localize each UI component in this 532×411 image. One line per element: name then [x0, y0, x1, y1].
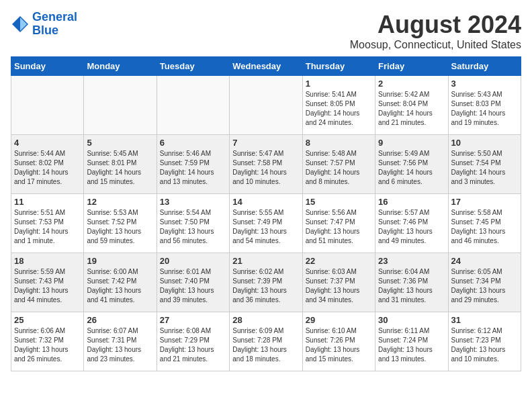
day-number: 31 [451, 315, 518, 325]
calendar-cell [230, 76, 302, 135]
calendar-cell: 14Sunrise: 5:55 AM Sunset: 7:49 PM Dayli… [230, 194, 302, 253]
day-number: 7 [232, 138, 299, 148]
calendar-cell: 7Sunrise: 5:47 AM Sunset: 7:58 PM Daylig… [230, 135, 302, 194]
calendar-cell: 3Sunrise: 5:43 AM Sunset: 8:03 PM Daylig… [448, 76, 521, 135]
calendar-cell: 30Sunrise: 6:11 AM Sunset: 7:24 PM Dayli… [375, 312, 448, 371]
day-number: 11 [14, 197, 81, 207]
day-info: Sunrise: 5:42 AM Sunset: 8:04 PM Dayligh… [378, 90, 445, 128]
calendar-cell: 20Sunrise: 6:01 AM Sunset: 7:40 PM Dayli… [157, 253, 229, 312]
weekday-header-tuesday: Tuesday [157, 57, 229, 76]
day-number: 26 [87, 315, 153, 325]
weekday-header-friday: Friday [375, 57, 448, 76]
day-number: 15 [306, 197, 372, 207]
day-number: 29 [306, 315, 372, 325]
day-info: Sunrise: 6:09 AM Sunset: 7:28 PM Dayligh… [232, 326, 299, 364]
day-info: Sunrise: 5:59 AM Sunset: 7:43 PM Dayligh… [14, 267, 81, 305]
calendar-cell: 16Sunrise: 5:57 AM Sunset: 7:46 PM Dayli… [375, 194, 448, 253]
calendar-cell [157, 76, 229, 135]
week-row-3: 18Sunrise: 5:59 AM Sunset: 7:43 PM Dayli… [11, 253, 521, 312]
calendar-cell [84, 76, 157, 135]
day-number: 2 [378, 79, 445, 89]
day-number: 9 [378, 138, 445, 148]
calendar-cell: 4Sunrise: 5:44 AM Sunset: 8:02 PM Daylig… [11, 135, 84, 194]
day-number: 22 [306, 256, 372, 266]
calendar-cell: 17Sunrise: 5:58 AM Sunset: 7:45 PM Dayli… [448, 194, 521, 253]
calendar-subtitle: Moosup, Connecticut, United States [350, 39, 521, 51]
day-info: Sunrise: 5:53 AM Sunset: 7:52 PM Dayligh… [87, 208, 153, 246]
calendar-cell: 27Sunrise: 6:08 AM Sunset: 7:29 PM Dayli… [157, 312, 229, 371]
day-number: 17 [451, 197, 518, 207]
calendar-cell: 28Sunrise: 6:09 AM Sunset: 7:28 PM Dayli… [230, 312, 302, 371]
day-info: Sunrise: 6:04 AM Sunset: 7:36 PM Dayligh… [378, 267, 445, 305]
weekday-header-wednesday: Wednesday [230, 57, 302, 76]
day-info: Sunrise: 6:08 AM Sunset: 7:29 PM Dayligh… [160, 326, 226, 364]
day-number: 19 [87, 256, 153, 266]
calendar-cell: 9Sunrise: 5:49 AM Sunset: 7:56 PM Daylig… [375, 135, 448, 194]
day-info: Sunrise: 6:06 AM Sunset: 7:32 PM Dayligh… [14, 326, 81, 364]
calendar-cell [11, 76, 84, 135]
day-number: 18 [14, 256, 81, 266]
calendar-cell: 21Sunrise: 6:02 AM Sunset: 7:39 PM Dayli… [230, 253, 302, 312]
calendar-cell: 8Sunrise: 5:48 AM Sunset: 7:57 PM Daylig… [302, 135, 375, 194]
day-info: Sunrise: 5:55 AM Sunset: 7:49 PM Dayligh… [232, 208, 299, 246]
day-number: 14 [232, 197, 299, 207]
day-number: 1 [306, 79, 372, 89]
day-info: Sunrise: 5:46 AM Sunset: 7:59 PM Dayligh… [160, 149, 226, 187]
weekday-header-monday: Monday [84, 57, 157, 76]
calendar-cell: 6Sunrise: 5:46 AM Sunset: 7:59 PM Daylig… [157, 135, 229, 194]
calendar-cell: 1Sunrise: 5:41 AM Sunset: 8:05 PM Daylig… [302, 76, 375, 135]
day-info: Sunrise: 5:43 AM Sunset: 8:03 PM Dayligh… [451, 90, 518, 128]
day-info: Sunrise: 5:57 AM Sunset: 7:46 PM Dayligh… [378, 208, 445, 246]
calendar-cell: 22Sunrise: 6:03 AM Sunset: 7:37 PM Dayli… [302, 253, 375, 312]
day-info: Sunrise: 5:54 AM Sunset: 7:50 PM Dayligh… [160, 208, 226, 246]
calendar-cell: 5Sunrise: 5:45 AM Sunset: 8:01 PM Daylig… [84, 135, 157, 194]
day-number: 12 [87, 197, 153, 207]
day-info: Sunrise: 5:41 AM Sunset: 8:05 PM Dayligh… [306, 90, 372, 128]
day-info: Sunrise: 5:50 AM Sunset: 7:54 PM Dayligh… [451, 149, 518, 187]
weekday-header-sunday: Sunday [11, 57, 84, 76]
day-info: Sunrise: 5:44 AM Sunset: 8:02 PM Dayligh… [14, 149, 81, 187]
day-info: Sunrise: 5:48 AM Sunset: 7:57 PM Dayligh… [306, 149, 372, 187]
calendar-cell: 10Sunrise: 5:50 AM Sunset: 7:54 PM Dayli… [448, 135, 521, 194]
calendar-cell: 13Sunrise: 5:54 AM Sunset: 7:50 PM Dayli… [157, 194, 229, 253]
day-info: Sunrise: 5:51 AM Sunset: 7:53 PM Dayligh… [14, 208, 81, 246]
logo-blue: Blue [32, 24, 58, 37]
page-header: General Blue August 2024 Moosup, Connect… [11, 11, 521, 51]
week-row-4: 25Sunrise: 6:06 AM Sunset: 7:32 PM Dayli… [11, 312, 521, 371]
logo-general: General [32, 10, 77, 24]
calendar-cell: 29Sunrise: 6:10 AM Sunset: 7:26 PM Dayli… [302, 312, 375, 371]
day-info: Sunrise: 6:10 AM Sunset: 7:26 PM Dayligh… [306, 326, 372, 364]
day-number: 30 [378, 315, 445, 325]
day-info: Sunrise: 6:11 AM Sunset: 7:24 PM Dayligh… [378, 326, 445, 364]
day-number: 27 [160, 315, 226, 325]
day-number: 3 [451, 79, 518, 89]
day-info: Sunrise: 6:05 AM Sunset: 7:34 PM Dayligh… [451, 267, 518, 305]
calendar-cell: 15Sunrise: 5:56 AM Sunset: 7:47 PM Dayli… [302, 194, 375, 253]
day-number: 8 [306, 138, 372, 148]
day-info: Sunrise: 6:03 AM Sunset: 7:37 PM Dayligh… [306, 267, 372, 305]
day-number: 23 [378, 256, 445, 266]
calendar-cell: 24Sunrise: 6:05 AM Sunset: 7:34 PM Dayli… [448, 253, 521, 312]
calendar-table: SundayMondayTuesdayWednesdayThursdayFrid… [11, 56, 521, 371]
day-number: 25 [14, 315, 81, 325]
day-info: Sunrise: 6:01 AM Sunset: 7:40 PM Dayligh… [160, 267, 226, 305]
week-row-0: 1Sunrise: 5:41 AM Sunset: 8:05 PM Daylig… [11, 76, 521, 135]
day-info: Sunrise: 6:07 AM Sunset: 7:31 PM Dayligh… [87, 326, 153, 364]
week-row-2: 11Sunrise: 5:51 AM Sunset: 7:53 PM Dayli… [11, 194, 521, 253]
calendar-cell: 25Sunrise: 6:06 AM Sunset: 7:32 PM Dayli… [11, 312, 84, 371]
weekday-header-thursday: Thursday [302, 57, 375, 76]
day-number: 16 [378, 197, 445, 207]
day-number: 10 [451, 138, 518, 148]
logo: General Blue [11, 11, 77, 38]
calendar-title: August 2024 [350, 11, 521, 39]
day-info: Sunrise: 5:45 AM Sunset: 8:01 PM Dayligh… [87, 149, 153, 187]
weekday-header-row: SundayMondayTuesdayWednesdayThursdayFrid… [11, 57, 521, 76]
day-info: Sunrise: 6:02 AM Sunset: 7:39 PM Dayligh… [232, 267, 299, 305]
day-number: 13 [160, 197, 226, 207]
day-number: 6 [160, 138, 226, 148]
week-row-1: 4Sunrise: 5:44 AM Sunset: 8:02 PM Daylig… [11, 135, 521, 194]
day-info: Sunrise: 5:49 AM Sunset: 7:56 PM Dayligh… [378, 149, 445, 187]
day-info: Sunrise: 5:47 AM Sunset: 7:58 PM Dayligh… [232, 149, 299, 187]
day-number: 28 [232, 315, 299, 325]
logo-icon [11, 15, 30, 34]
